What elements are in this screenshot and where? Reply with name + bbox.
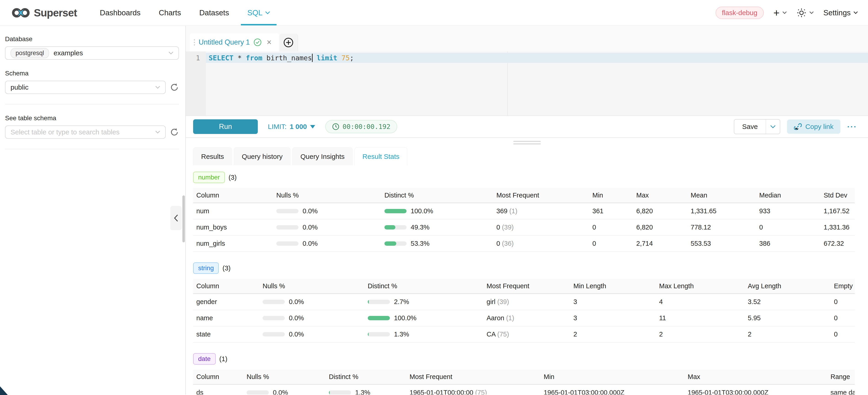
distinct-bar: 2.7% bbox=[365, 298, 484, 306]
stats-section-number: number (3) Column Nulls % Distinct % Mos… bbox=[193, 172, 868, 252]
database-value: examples bbox=[54, 49, 83, 57]
column-name: gender bbox=[193, 298, 259, 306]
save-options-button[interactable] bbox=[766, 120, 780, 134]
sql-workspace: Untitled Query 1 × 1 SELECT bbox=[186, 26, 868, 395]
refresh-icon[interactable] bbox=[170, 127, 179, 137]
tab-query-history[interactable]: Query history bbox=[234, 147, 290, 165]
column-count: (1) bbox=[219, 355, 227, 363]
distinct-bar: 49.3% bbox=[381, 223, 493, 231]
close-icon[interactable]: × bbox=[267, 38, 272, 47]
tab-results[interactable]: Results bbox=[193, 147, 232, 165]
superset-sql-lab: { "nav": { "brand": "Superset", "items":… bbox=[0, 0, 868, 395]
schema-value: public bbox=[10, 84, 28, 91]
query-tab-active[interactable]: Untitled Query 1 × bbox=[190, 33, 279, 52]
main-nav: Dashboards Charts Datasets SQL bbox=[91, 0, 279, 25]
new-tab-plus-icon bbox=[283, 37, 294, 48]
nav-item-sql[interactable]: SQL bbox=[238, 0, 279, 25]
nav-item-dashboards[interactable]: Dashboards bbox=[91, 0, 150, 25]
chevron-down-icon bbox=[155, 86, 160, 89]
scrollbar-thumb[interactable] bbox=[182, 195, 185, 242]
query-tab-title: Untitled Query 1 bbox=[198, 38, 250, 47]
chevron-down-icon bbox=[168, 52, 174, 55]
sql-code-editor[interactable]: 1 SELECT * from birth_names limit 75; bbox=[186, 52, 868, 116]
distinct-bar: 100.0% bbox=[381, 207, 493, 215]
column-name: state bbox=[193, 331, 259, 338]
table-header-row: Column Nulls % Distinct % Most Frequent … bbox=[193, 370, 855, 385]
new-item-menu[interactable]: + bbox=[773, 7, 787, 18]
sidebar-collapse-button[interactable] bbox=[170, 206, 182, 230]
tab-query-insights[interactable]: Query Insights bbox=[292, 147, 352, 165]
column-name: num_boys bbox=[193, 223, 273, 231]
chevron-down-icon bbox=[265, 11, 270, 14]
nav-item-charts[interactable]: Charts bbox=[150, 0, 190, 25]
string-stats-table: Column Nulls % Distinct % Most Frequent … bbox=[193, 279, 855, 343]
date-stats-table: Column Nulls % Distinct % Most Frequent … bbox=[193, 370, 855, 395]
caret-down-icon bbox=[310, 125, 315, 128]
column-name: ds bbox=[193, 389, 243, 395]
distinct-bar: 100.0% bbox=[365, 314, 484, 322]
settings-menu[interactable]: Settings bbox=[824, 8, 858, 17]
nulls-bar: 0.0% bbox=[243, 389, 326, 395]
table-row: gender 0.0% 2.7% girl (39) 3 4 3.52 0 bbox=[193, 294, 855, 310]
chevron-down-icon bbox=[854, 11, 858, 14]
result-stats-panel: number (3) Column Nulls % Distinct % Mos… bbox=[186, 165, 868, 395]
column-name: name bbox=[193, 314, 259, 322]
plus-icon: + bbox=[773, 7, 780, 18]
sidebar-divider bbox=[5, 149, 179, 149]
table-row: ds 0.0% 1.3% 1965-01-01T00:00:00 (75) 19… bbox=[193, 385, 855, 395]
copy-link-button[interactable]: Copy link bbox=[787, 120, 840, 134]
chevron-down-icon bbox=[782, 11, 787, 14]
link-icon bbox=[794, 123, 802, 130]
save-button[interactable]: Save bbox=[734, 120, 765, 134]
type-badge-date: date bbox=[193, 353, 216, 365]
run-button[interactable]: Run bbox=[193, 119, 258, 134]
pane-resize-handle[interactable] bbox=[186, 138, 868, 147]
table-row: name 0.0% 100.0% Aaron (1) 3 11 5.95 0 bbox=[193, 310, 855, 327]
table-schema-label: See table schema bbox=[5, 115, 179, 122]
table-row: state 0.0% 1.3% CA (75) 2 2 2 0 bbox=[193, 327, 855, 343]
database-select[interactable]: postgresql examples bbox=[5, 47, 179, 60]
distinct-bar: 1.3% bbox=[326, 389, 406, 395]
table-header-row: Column Nulls % Distinct % Most Frequent … bbox=[193, 279, 855, 294]
more-actions-button[interactable]: ··· bbox=[847, 122, 857, 131]
elapsed-time: 00:00:00.192 bbox=[343, 123, 391, 130]
collapse-arrow-icon bbox=[174, 214, 179, 222]
new-query-tab-button[interactable] bbox=[279, 34, 298, 52]
clock-icon bbox=[332, 123, 339, 130]
limit-value: 1 000 bbox=[290, 123, 307, 130]
environment-badge: flask-debug bbox=[716, 7, 764, 19]
distinct-bar: 1.3% bbox=[365, 331, 484, 338]
sql-statement: SELECT * from birth_names limit 75; bbox=[206, 53, 868, 63]
nulls-bar: 0.0% bbox=[273, 223, 381, 231]
database-label: Database bbox=[5, 35, 179, 43]
superset-brand[interactable]: Superset bbox=[12, 7, 77, 19]
chevron-down-icon bbox=[809, 11, 814, 14]
limit-dropdown[interactable]: LIMIT: 1 000 bbox=[268, 123, 315, 130]
tab-result-stats[interactable]: Result Stats bbox=[354, 147, 407, 165]
query-toolbar: Run LIMIT: 1 000 00:00:00.192 Save bbox=[186, 116, 868, 138]
results-tabbar: Results Query history Query Insights Res… bbox=[186, 147, 868, 165]
nulls-bar: 0.0% bbox=[273, 240, 381, 247]
theme-sun-icon bbox=[797, 8, 807, 18]
top-navbar: Superset Dashboards Charts Datasets SQL … bbox=[0, 0, 868, 26]
brand-name: Superset bbox=[34, 7, 77, 19]
sql-lab-sidebar: Database postgresql examples Schema publ… bbox=[0, 26, 186, 395]
schema-select[interactable]: public bbox=[5, 81, 166, 94]
table-select[interactable]: Select table or type to search tables bbox=[5, 125, 166, 139]
refresh-icon[interactable] bbox=[170, 83, 179, 92]
drag-handle-icon[interactable] bbox=[194, 39, 195, 45]
table-row: num_girls 0.0% 53.3% 0 (36) 0 2,714 553.… bbox=[193, 236, 855, 252]
nav-item-datasets[interactable]: Datasets bbox=[190, 0, 238, 25]
type-badge-number: number bbox=[193, 172, 225, 183]
nulls-bar: 0.0% bbox=[273, 207, 381, 215]
nav-right-cluster: flask-debug + Settings bbox=[716, 7, 858, 19]
column-name: num_girls bbox=[193, 240, 273, 247]
code-line-1: 1 SELECT * from birth_names limit 75; bbox=[186, 53, 868, 63]
nulls-bar: 0.0% bbox=[259, 298, 365, 306]
active-nav-underline bbox=[241, 24, 277, 25]
table-row: num_boys 0.0% 49.3% 0 (39) 0 6,820 778.1… bbox=[193, 219, 855, 236]
theme-menu[interactable] bbox=[797, 8, 814, 18]
check-circle-icon bbox=[253, 38, 262, 47]
save-split-button: Save bbox=[734, 119, 780, 134]
column-count: (3) bbox=[222, 265, 230, 272]
